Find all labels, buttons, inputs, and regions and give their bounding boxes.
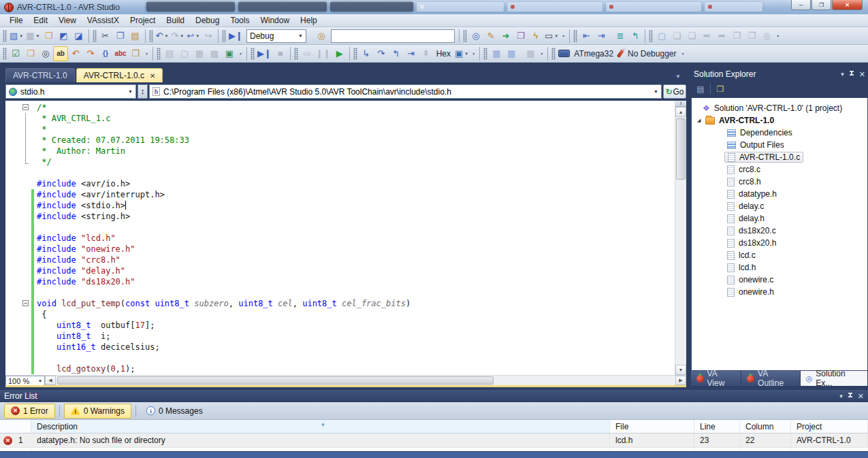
next-bookmark-folder-icon[interactable]: ➦ xyxy=(714,29,729,44)
code-line[interactable]: lcd_gotoxy(0,1); xyxy=(5,363,675,374)
toggle-bookmark-icon[interactable]: ❐ xyxy=(729,29,744,44)
dialog-editor-icon[interactable]: ▩ xyxy=(207,46,222,61)
code-line[interactable]: #include <avr/interrupt.h> xyxy=(5,189,675,200)
format-braces-icon[interactable]: {} xyxy=(98,46,113,61)
debugger-name[interactable]: No Debugger xyxy=(628,49,676,59)
toolbar-gripper[interactable] xyxy=(251,48,255,60)
column-header-column[interactable]: Column xyxy=(740,420,791,433)
tree-item-delay.c[interactable]: delay.c xyxy=(692,200,867,212)
task-list-icon[interactable]: ☑ xyxy=(8,46,23,61)
stop-icon[interactable]: ■ xyxy=(273,46,288,61)
pin-icon[interactable] xyxy=(848,393,853,399)
open-folder-icon[interactable]: ❒ xyxy=(23,46,38,61)
toolbar-overflow-icon[interactable]: ▾ xyxy=(774,29,782,44)
close-icon[interactable]: ✕ xyxy=(150,72,155,80)
menu-project[interactable]: Project xyxy=(125,14,161,27)
show-next-statement-icon[interactable]: ⇨ xyxy=(300,46,315,61)
error-list-title-bar[interactable]: Error List ▾ ✕ xyxy=(0,390,868,402)
go-button[interactable]: ↻ Go xyxy=(663,84,686,99)
open-file-icon[interactable]: ❒ xyxy=(42,29,57,44)
code-line[interactable]: #include "crc8.h" xyxy=(5,255,675,265)
scope-spinner[interactable]: ▲▼ xyxy=(138,84,148,99)
show-all-files-icon[interactable]: ❐ xyxy=(713,82,727,96)
close-button[interactable]: ✕ xyxy=(832,0,863,10)
close-icon[interactable]: ✕ xyxy=(859,70,865,79)
properties-icon[interactable]: ▤ xyxy=(694,82,707,96)
scroll-down-icon[interactable]: ▼ xyxy=(675,365,686,375)
toolbar-gripper[interactable] xyxy=(353,48,357,60)
step-over-icon[interactable]: ↷ xyxy=(374,46,389,61)
find-icon[interactable]: ◎ xyxy=(314,29,329,44)
toolbar-overflow-icon[interactable]: ▾ xyxy=(470,46,477,61)
uncomment-icon[interactable]: ↰ xyxy=(628,29,643,44)
paste-icon[interactable]: ▤ xyxy=(128,29,143,44)
run-to-cursor-icon[interactable]: ⇥ xyxy=(404,46,419,61)
menu-file[interactable]: File xyxy=(4,14,28,27)
code-line[interactable] xyxy=(5,287,675,298)
code-line[interactable] xyxy=(5,222,675,233)
close-icon[interactable]: ✕ xyxy=(858,392,864,401)
prev-bookmark-icon[interactable]: ❏ xyxy=(669,29,684,44)
tree-item-datatype.h[interactable]: datatype.h xyxy=(692,188,867,200)
toolbar-gripper[interactable] xyxy=(649,30,653,42)
menu-vassistx[interactable]: VAssistX xyxy=(82,14,125,27)
fold-collapse-icon[interactable]: − xyxy=(22,300,29,306)
next-bookmark-icon[interactable]: ❏ xyxy=(684,29,699,44)
filter-warn[interactable]: !0 Warnings xyxy=(64,404,131,419)
code-line[interactable] xyxy=(5,353,675,363)
tree-item-crc8.h[interactable]: crc8.h xyxy=(692,176,867,188)
column-header-project[interactable]: Project xyxy=(791,420,868,433)
tree-item-crc8.c[interactable]: crc8.c xyxy=(692,163,867,176)
code-line[interactable]: #include "delay.h" xyxy=(5,265,675,276)
spell-check-icon[interactable]: abc xyxy=(113,46,128,61)
cut-icon[interactable]: ✂ xyxy=(98,29,113,44)
code-line[interactable]: * Author: Martin xyxy=(5,146,675,157)
window-menu-icon[interactable]: ▾ xyxy=(839,393,843,399)
code-line[interactable]: #include <avr/io.h> xyxy=(5,178,675,189)
navigate-forward-icon[interactable]: ↪ xyxy=(201,29,216,44)
va-goto-implementation-icon[interactable]: ➜ xyxy=(498,29,513,44)
tab-avr-ctrl-1.0.c[interactable]: AVR-CTRL-1.0.c✕ xyxy=(76,68,163,82)
undo-checkout-icon[interactable]: ↶ xyxy=(68,46,83,61)
column-header-file[interactable]: File xyxy=(610,420,694,433)
increase-indent-icon[interactable]: ⇥ xyxy=(594,29,609,44)
enable-breakpoints-icon[interactable]: ▦ xyxy=(504,46,519,61)
menu-build[interactable]: Build xyxy=(161,14,190,27)
toolbar-overflow-icon[interactable]: ▾ xyxy=(538,46,545,61)
menu-view[interactable]: View xyxy=(53,14,82,27)
toolbar-gripper[interactable] xyxy=(294,48,298,60)
redo-icon[interactable]: ↷▼ xyxy=(170,29,185,44)
panel-title-bar[interactable]: Solution Explorer ▾ ✕ xyxy=(691,67,868,81)
step-into-icon[interactable]: ↳ xyxy=(359,46,374,61)
column-header-description[interactable]: Description▼ xyxy=(31,420,610,433)
menu-edit[interactable]: Edit xyxy=(28,14,53,27)
code-line[interactable]: * xyxy=(5,124,675,135)
vertical-scrollbar[interactable]: ⇕ ▲ ▼ xyxy=(675,101,686,375)
tree-item-lcd.h[interactable]: lcd.h xyxy=(692,261,867,274)
tree-item-lcd.c[interactable]: lcd.c xyxy=(692,249,867,261)
va-find-symbol-icon[interactable]: ◎ xyxy=(468,29,483,44)
toolbar-gripper[interactable] xyxy=(551,48,556,60)
toolbar-gripper[interactable] xyxy=(157,48,161,60)
code-line[interactable] xyxy=(5,167,675,178)
continue-icon[interactable]: ▶ xyxy=(332,46,347,61)
quick-search-input[interactable] xyxy=(331,29,455,43)
code-line[interactable]: uint8_t i; xyxy=(5,331,675,342)
clear-bookmarks-icon[interactable]: ❐ xyxy=(744,29,759,44)
grid-editor-icon[interactable]: ▦ xyxy=(192,46,207,61)
tree-item-project[interactable]: ◢AVR-CTRL-1.0 xyxy=(692,114,867,127)
image-editor-icon[interactable]: ▣ xyxy=(222,46,237,61)
run-pause-icon[interactable]: ▶❙ xyxy=(256,46,273,61)
code-line[interactable]: #include "onewire.h" xyxy=(5,244,675,255)
hex-toggle[interactable]: Hex xyxy=(436,49,451,59)
save-all-icon[interactable]: ◪ xyxy=(71,29,86,44)
error-row[interactable]: ✕1datatype.h: No such file or directoryl… xyxy=(0,434,868,448)
navigate-backward-icon[interactable]: ↩▼ xyxy=(185,29,201,44)
fold-collapse-icon[interactable]: − xyxy=(22,104,29,110)
code-line[interactable]: { xyxy=(5,309,675,320)
toolbar-gripper[interactable] xyxy=(573,30,577,42)
undo-icon[interactable]: ↶▼ xyxy=(155,29,170,44)
toolbar-gripper[interactable] xyxy=(149,30,153,42)
va-open-file-icon[interactable]: ✎ xyxy=(483,29,498,44)
ok-button-icon[interactable]: ▢ xyxy=(177,46,192,61)
